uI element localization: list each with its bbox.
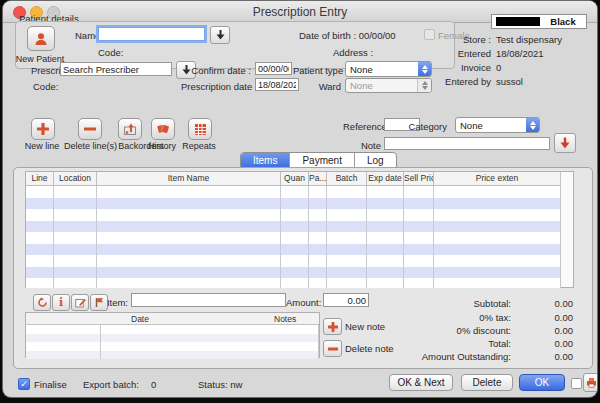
note-input[interactable]: [384, 137, 550, 150]
items-table-row[interactable]: [26, 221, 561, 233]
print-button[interactable]: [583, 373, 597, 392]
column-header-quan[interactable]: Quan: [281, 172, 309, 185]
note-expand-button[interactable]: [554, 133, 576, 153]
confirm-date-input[interactable]: [255, 62, 292, 75]
notes-table-body: [26, 325, 319, 359]
column-header-pa-[interactable]: Pa...: [309, 172, 327, 185]
item-label: Item:: [103, 297, 128, 308]
notes-table-row[interactable]: [26, 325, 319, 334]
items-table-row[interactable]: [26, 186, 561, 198]
subtotal-value: 0.00: [523, 298, 573, 309]
delete-note-label: Delete note: [345, 343, 394, 354]
entered-by-label: Entered by: [431, 76, 491, 87]
delete-lines-label: Delete line(s): [64, 141, 114, 151]
patient-type-dropdown[interactable]: None: [345, 61, 432, 77]
delete-lines-button[interactable]: [78, 118, 102, 140]
backorders-button[interactable]: [118, 118, 142, 140]
delete-button[interactable]: Delete: [461, 374, 513, 391]
history-button[interactable]: [151, 118, 175, 140]
column-header-item-name[interactable]: Item Name: [97, 172, 281, 185]
items-table-row[interactable]: [26, 244, 561, 256]
ok-and-next-button[interactable]: OK & Next: [389, 374, 453, 391]
grid-table-icon: [194, 123, 207, 136]
color-swatch: [496, 17, 540, 26]
new-line-label: New line: [23, 141, 61, 151]
column-header-sell-price[interactable]: Sell Price: [404, 172, 434, 185]
cards-icon: [156, 122, 170, 136]
status-label: Status: nw: [198, 379, 242, 390]
column-header-line[interactable]: Line: [26, 172, 54, 185]
printer-icon: [586, 377, 597, 388]
dropdown-stepper-icon: [418, 62, 431, 76]
category-dropdown[interactable]: None: [455, 117, 540, 133]
note-label: Note: [358, 140, 381, 151]
column-header-batch[interactable]: Batch: [327, 172, 367, 185]
items-table-row[interactable]: [26, 232, 561, 244]
refresh-button[interactable]: [33, 294, 51, 311]
notes-table-row[interactable]: [26, 334, 319, 343]
history-label: History: [146, 141, 178, 151]
new-note-button[interactable]: [323, 318, 342, 335]
finalise-checkbox[interactable]: [18, 378, 30, 390]
repeats-button[interactable]: [188, 118, 212, 140]
patient-code-label: Code:: [98, 47, 123, 58]
notes-table-row[interactable]: [26, 342, 319, 351]
notes-date-header[interactable]: Date: [131, 314, 149, 324]
column-header-exp-date[interactable]: Exp date: [367, 172, 404, 185]
invoice-label: Invoice: [433, 62, 491, 73]
items-table-scrollbar[interactable]: [560, 172, 573, 287]
ward-label: Ward: [293, 81, 341, 92]
finalise-label: Finalise: [34, 379, 67, 390]
color-name: Black: [540, 16, 586, 27]
notes-notes-header[interactable]: Notes: [274, 314, 296, 324]
ok-button[interactable]: OK: [519, 374, 565, 391]
delete-note-button[interactable]: [323, 340, 342, 357]
entered-value: 18/08/2021: [496, 48, 544, 59]
patient-name-search-button[interactable]: [210, 26, 230, 44]
amount-input[interactable]: [323, 293, 369, 307]
screenshot-root: Prescription Entry Patient details New P…: [0, 0, 600, 403]
category-label: Category: [403, 121, 447, 132]
prescriber-code-label: Code:: [33, 81, 58, 92]
amount-outstanding-label: Amount Outstanding:: [391, 351, 511, 362]
print-checkbox[interactable]: [571, 378, 582, 389]
ward-dropdown[interactable]: None: [345, 78, 432, 93]
down-arrow-icon: [216, 30, 225, 40]
info-button[interactable]: i: [52, 294, 70, 311]
date-of-birth-label: Date of birth : 00/00/00: [299, 30, 396, 41]
patient-type-label: Patient type: [293, 65, 341, 76]
discount-label: 0% discount:: [391, 325, 511, 336]
items-table-row[interactable]: [26, 278, 561, 288]
column-header-price-exten[interactable]: Price exten: [434, 172, 561, 185]
new-line-button[interactable]: [31, 118, 55, 140]
dropdown-stepper-icon: [526, 118, 539, 132]
items-table-row[interactable]: [26, 209, 561, 221]
item-input[interactable]: [131, 293, 286, 307]
items-table-body: [26, 186, 561, 288]
new-patient-button[interactable]: [27, 26, 55, 51]
minus-icon: [328, 344, 338, 354]
items-table-row[interactable]: [26, 267, 561, 279]
notes-table-row[interactable]: [26, 351, 319, 360]
amount-outstanding-value: 0.00: [523, 351, 573, 362]
person-icon: [33, 31, 49, 47]
plus-icon: [37, 123, 49, 135]
export-batch-label: Export batch:: [83, 379, 139, 390]
items-table-row[interactable]: [26, 255, 561, 267]
down-arrow-icon: [182, 65, 191, 75]
amount-label: Amount:: [286, 297, 319, 308]
address-label: Address :: [333, 47, 373, 58]
pencil-icon: [75, 297, 86, 308]
edit-note-button[interactable]: [71, 294, 89, 311]
patient-name-input[interactable]: [98, 27, 205, 41]
items-table-row[interactable]: [26, 198, 561, 210]
store-value: Test dispensary: [496, 34, 562, 45]
store-label: Store :: [433, 34, 491, 45]
column-header-location[interactable]: Location: [54, 172, 97, 185]
prescriber-search-input[interactable]: [60, 62, 172, 76]
confirm-date-label: Confirm date :: [191, 65, 251, 76]
patient-name-label: Name: [75, 30, 100, 41]
notes-table-header: Date Notes: [26, 313, 319, 325]
patient-color-box: Black: [491, 14, 587, 29]
red-down-arrow-icon: [560, 137, 570, 149]
